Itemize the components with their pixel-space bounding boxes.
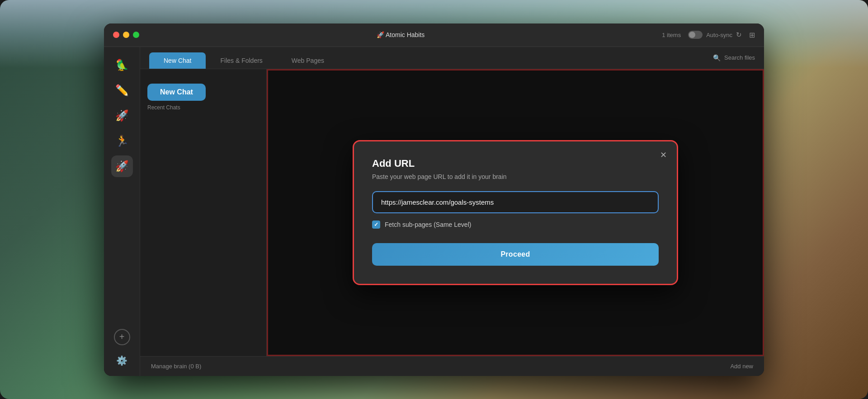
settings-button[interactable]: ⚙️ <box>114 352 130 369</box>
search-icon: 🔍 <box>713 54 721 61</box>
fetch-subpages-checkbox[interactable] <box>372 221 380 229</box>
fetch-subpages-row: Fetch sub-pages (Same Level) <box>372 221 659 229</box>
title-bar-center: 🚀 Atomic Habits <box>139 31 662 38</box>
content-panel: New Chat Files & Folders Web Pages 🔍 Sea… <box>140 47 764 376</box>
sidebar-item-bird[interactable]: 🦜 <box>111 54 133 76</box>
left-panel: New Chat Recent Chats <box>140 69 267 356</box>
active-rocket-icon: 🚀 <box>115 160 129 173</box>
window-controls <box>113 32 139 38</box>
auto-sync-label: Auto-sync <box>706 32 732 38</box>
recent-chats-label: Recent Chats <box>147 104 259 111</box>
add-url-dialog: ✕ Add URL Paste your web page URL to add… <box>353 140 678 285</box>
add-new-label[interactable]: Add new <box>730 363 753 370</box>
modal-overlay: ✕ Add URL Paste your web page URL to add… <box>267 69 764 356</box>
search-files-label[interactable]: Search files <box>724 54 755 61</box>
main-content: 🦜 ✏️ 🚀 🏃 🚀 + ⚙️ New Chat <box>104 47 764 376</box>
title-bar-right: 1 items Auto-sync ↻ ⊞ <box>662 31 755 39</box>
proceed-button[interactable]: Proceed <box>372 243 659 266</box>
auto-sync-toggle[interactable]: Auto-sync ↻ <box>688 31 742 39</box>
tab-web-pages[interactable]: Web Pages <box>277 52 339 69</box>
tab-new-chat[interactable]: New Chat <box>149 52 206 69</box>
pencil-icon: ✏️ <box>115 84 129 97</box>
url-input[interactable] <box>372 191 659 213</box>
bird-icon: 🦜 <box>115 59 129 71</box>
items-count: 1 items <box>662 32 681 38</box>
runner-icon: 🏃 <box>115 135 129 147</box>
sidebar-item-pencil[interactable]: ✏️ <box>111 80 133 101</box>
close-window-button[interactable] <box>113 32 119 38</box>
refresh-icon[interactable]: ↻ <box>736 31 742 39</box>
dialog-subtitle: Paste your web page URL to add it in you… <box>372 173 659 180</box>
app-title: 🚀 Atomic Habits <box>377 31 425 38</box>
title-bar: 🚀 Atomic Habits 1 items Auto-sync ↻ ⊞ <box>104 23 764 47</box>
dialog-title: Add URL <box>372 158 659 169</box>
search-area: 🔍 Search files <box>713 54 755 67</box>
bottom-bar: Manage brain (0 B) Add new <box>140 356 764 376</box>
fetch-subpages-label: Fetch sub-pages (Same Level) <box>385 221 471 228</box>
close-dialog-button[interactable]: ✕ <box>657 149 670 161</box>
add-brain-button[interactable]: + <box>114 329 130 345</box>
app-window: 🚀 Atomic Habits 1 items Auto-sync ↻ ⊞ 🦜 … <box>104 23 764 376</box>
minimize-window-button[interactable] <box>123 32 129 38</box>
tab-files-folders[interactable]: Files & Folders <box>206 52 277 69</box>
sidebar: 🦜 ✏️ 🚀 🏃 🚀 + ⚙️ <box>104 47 140 376</box>
tab-bar: New Chat Files & Folders Web Pages 🔍 Sea… <box>140 47 764 69</box>
sidebar-item-runner[interactable]: 🏃 <box>111 130 133 152</box>
sidebar-item-rocket2[interactable]: 🚀 <box>111 155 133 177</box>
sidebar-item-rocket1[interactable]: 🚀 <box>111 105 133 127</box>
new-chat-button[interactable]: New Chat <box>147 84 206 101</box>
toggle-switch[interactable] <box>688 31 703 39</box>
rocket-icon: 🚀 <box>115 109 129 122</box>
sidebar-toggle-icon[interactable]: ⊞ <box>749 31 755 39</box>
maximize-window-button[interactable] <box>133 32 139 38</box>
manage-brain-label[interactable]: Manage brain (0 B) <box>151 363 201 370</box>
right-panel: ✕ Add URL Paste your web page URL to add… <box>267 69 764 356</box>
